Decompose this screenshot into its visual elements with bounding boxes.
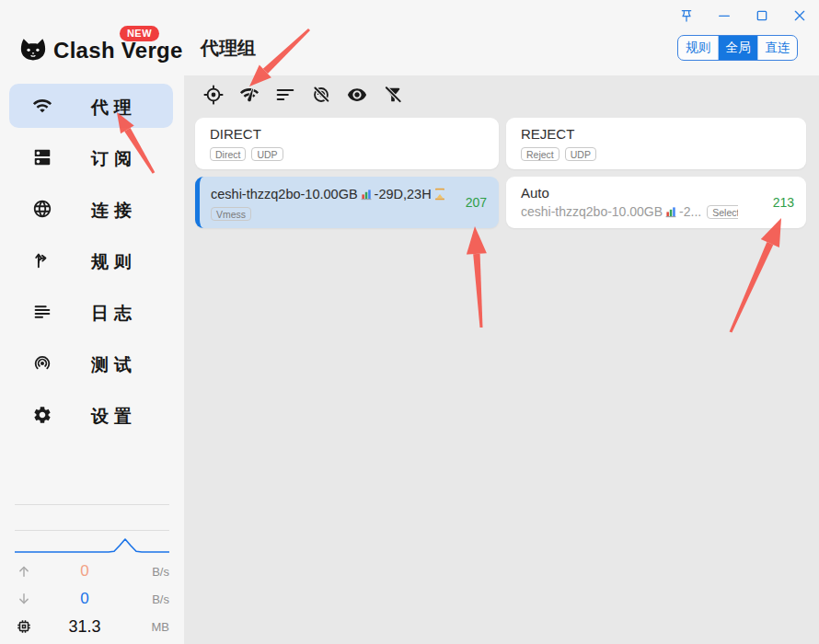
download-unit: B/s [136,592,169,606]
locate-icon[interactable] [203,85,224,105]
proxy-name: Auto [521,185,793,201]
tag-chip: UDP [565,147,596,161]
sidebar-item-label: 规则 [70,250,158,274]
latency-value[interactable]: 213 [773,195,794,210]
tag-chip: Reject [521,147,559,161]
text-lines-icon [32,302,52,322]
sidebar-item-test[interactable]: 测试 [9,341,173,385]
show-details-eye-icon[interactable] [347,85,367,105]
hourglass-emoji-icon [433,188,445,201]
tag-chip: Vmess [211,207,251,221]
arrow-up-icon [15,563,33,580]
tag-chip: Direct [210,147,246,161]
mode-global-button[interactable]: 全局 [718,36,757,60]
cat-logo-icon [16,32,51,67]
maximize-icon[interactable] [755,8,769,23]
latency-value[interactable]: 207 [466,195,487,210]
sidebar-item-label: 设置 [70,405,158,429]
fork-right-icon [32,250,52,270]
close-icon[interactable] [792,8,807,23]
sidebar-item-rules[interactable]: 规则 [9,238,173,282]
sidebar-item-settings[interactable]: 设置 [9,393,173,437]
proxy-card-auto[interactable]: Auto ceshi-thzzq2bo-10.00GB -2... Select… [506,177,806,228]
sidebar-item-profiles[interactable]: 订阅 [9,135,173,179]
sort-icon[interactable] [275,85,295,105]
delay-check-icon[interactable] [239,85,260,105]
download-value: 0 [33,590,136,608]
filter-off-icon[interactable] [383,85,403,105]
sidebar-item-label: 订阅 [70,147,158,171]
tethering-off-icon[interactable] [311,85,331,105]
dns-icon [32,147,52,167]
proxy-name: ceshi-thzzq2bo-10.00GB -29D,23H [211,187,445,201]
memory-stat-row: 31.3 MB [15,614,169,639]
gear-icon [32,405,52,425]
page-title: 代理组 [201,36,256,61]
upload-unit: B/s [136,565,169,579]
app-title: Clash Verge [53,38,183,63]
traffic-sparkline [15,530,169,554]
upload-value: 0 [33,562,136,581]
new-badge: NEW [120,26,159,41]
broadcast-icon [32,353,52,374]
traffic-gridline [15,504,169,505]
mode-switch-group: 规则 全局 直连 [677,35,798,61]
arrow-down-icon [15,591,33,607]
globe-icon [32,199,52,219]
proxy-name: REJECT [521,126,793,142]
proxy-name: DIRECT [210,126,486,142]
sidebar-item-label: 代理 [70,96,158,120]
wifi-icon [32,96,52,116]
memory-unit: MB [136,620,169,634]
pin-icon[interactable] [679,8,694,23]
proxy-group-grid: DIRECT Direct UDP REJECT Reject UDP cesh… [195,118,806,228]
mode-direct-button[interactable]: 直连 [757,36,797,60]
download-stat-row: 0 B/s [15,586,169,612]
minimize-icon[interactable] [717,8,732,23]
current-node-name: ceshi-thzzq2bo-10.00GB -2... [521,204,701,219]
sidebar-item-label: 测试 [70,353,158,377]
proxy-toolbar [203,85,403,105]
tag-chip: UDP [251,147,283,161]
sidebar-item-label: 连接 [70,199,158,223]
bar-chart-emoji-icon [360,188,373,201]
window-controls [679,8,807,23]
proxy-card-direct[interactable]: DIRECT Direct UDP [195,118,499,169]
memory-chip-icon [15,618,33,635]
bar-chart-emoji-icon [664,205,677,218]
proxy-card-selected-node[interactable]: ceshi-thzzq2bo-10.00GB -29D,23H Vmess 20… [195,177,499,228]
sidebar-item-connections[interactable]: 连接 [9,187,173,231]
sidebar-item-proxies[interactable]: 代理 [9,84,173,128]
sidebar-item-logs[interactable]: 日志 [9,290,173,334]
tag-chip: Selector [707,205,738,219]
proxy-card-reject[interactable]: REJECT Reject UDP [506,118,806,169]
mode-rule-button[interactable]: 规则 [678,36,718,60]
memory-value: 31.3 [33,617,136,637]
sidebar-item-label: 日志 [70,302,158,326]
upload-stat-row: 0 B/s [15,558,169,584]
